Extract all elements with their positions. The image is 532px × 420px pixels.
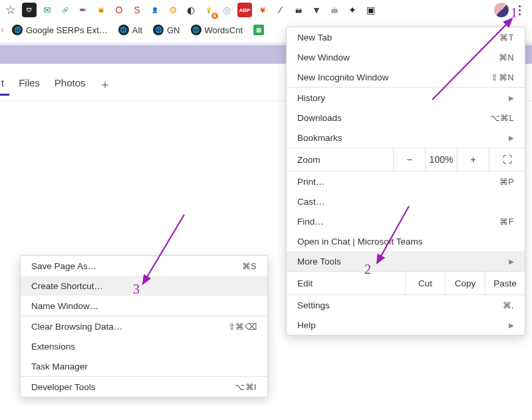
vue-icon[interactable]: ▼ (309, 3, 324, 17)
sheets-icon: ▦ (253, 25, 264, 35)
gear-icon[interactable]: ⚙ (166, 3, 180, 17)
device-icon[interactable]: ▣ (363, 3, 378, 17)
cut-button[interactable]: Cut (405, 272, 445, 294)
paste-button[interactable]: Paste (485, 272, 525, 294)
zoom-out-button[interactable]: − (393, 148, 425, 171)
more-tools-submenu: Save Page As…⌘S Create Shortcut… Name Wi… (20, 255, 268, 397)
similarweb-icon[interactable]: ◐ (184, 3, 198, 17)
submenu-extensions[interactable]: Extensions (21, 336, 267, 356)
submenu-create-shortcut[interactable]: Create Shortcut… (21, 276, 267, 296)
page-tab[interactable]: Photos (53, 73, 87, 95)
bookmark-item[interactable]: 🌐Alt (118, 25, 142, 35)
globe-icon: 🌐 (12, 25, 23, 35)
submenu-clear-browsing-data[interactable]: Clear Browsing Data…⇧⌘⌫ (21, 316, 267, 336)
seo-icon[interactable]: S (130, 3, 144, 17)
bookmark-item[interactable]: 🌐Google SERPs Ext… (12, 25, 108, 35)
opera-icon[interactable]: O (112, 3, 126, 17)
globe-icon: 🌐 (191, 25, 201, 35)
page-tab[interactable]: t (0, 73, 5, 95)
annotation-number-2: 2 (364, 262, 371, 277)
menu-zoom-row: Zoom − 100% + ⛶ (287, 148, 525, 171)
privacy-icon[interactable]: ◎ (219, 3, 234, 17)
menu-downloads[interactable]: Downloads⌥⌘L (287, 108, 525, 128)
shield-icon[interactable]: 🛡 (22, 3, 37, 17)
bookmark-label: GN (167, 25, 180, 35)
copy-button[interactable]: Copy (445, 272, 485, 294)
pipette-icon[interactable]: ⁄ (273, 3, 288, 17)
menu-new-incognito[interactable]: New Incognito Window⇧⌘N (287, 67, 525, 87)
menu-cast[interactable]: Cast… (287, 191, 525, 211)
robot-icon[interactable]: 🤖 (327, 3, 342, 17)
edit-label: Edit (287, 272, 405, 294)
globe-icon: 🌐 (118, 25, 129, 35)
globe-icon: 🌐 (153, 25, 164, 35)
adblock-icon[interactable]: ABP (237, 3, 252, 17)
chrome-main-menu: New Tab⌘T New Window⌘N New Incognito Win… (286, 27, 525, 336)
fullscreen-button[interactable]: ⛶ (489, 148, 525, 171)
bookmark-item[interactable]: ▦ (253, 25, 264, 35)
submenu-name-window[interactable]: Name Window… (21, 296, 267, 316)
bulb-icon[interactable]: 💡6 (201, 3, 216, 17)
bookmark-label: WordsCnt (205, 25, 243, 35)
bookmark-item[interactable]: 🌐WordsCnt (191, 25, 243, 35)
menu-help[interactable]: Help▶ (287, 315, 525, 335)
camera-icon[interactable]: 📷 (291, 3, 306, 17)
cat-icon[interactable]: 🐱 (94, 3, 108, 17)
extension-toolbar: ☆ 🛡✉🔗✒🐱OS👤⚙◐💡6◎ABP🦊⁄📷▼🤖✦▣ (0, 0, 532, 20)
add-tab-button[interactable]: ＋ (99, 76, 111, 92)
menu-edit-row: Edit Cut Copy Paste (287, 272, 525, 294)
feather-icon[interactable]: ✒ (76, 3, 90, 17)
person-icon[interactable]: 👤 (148, 3, 162, 17)
submenu-task-manager[interactable]: Task Manager (21, 356, 267, 376)
link-icon[interactable]: 🔗 (58, 3, 72, 17)
page-tab[interactable]: Files (17, 73, 41, 95)
bookmark-item[interactable]: 🌐GN (153, 25, 180, 35)
menu-new-window[interactable]: New Window⌘N (287, 47, 525, 67)
menu-print[interactable]: Print…⌘P (287, 171, 525, 191)
bookmark-overflow-left-icon[interactable]: ‹ (1, 25, 4, 35)
menu-bookmarks[interactable]: Bookmarks▶ (287, 128, 525, 148)
puzzle-icon[interactable]: ✦ (345, 3, 360, 17)
bookmark-label: Alt (132, 25, 142, 35)
star-bookmark-icon[interactable]: ☆ (5, 3, 16, 17)
metamask-icon[interactable]: 🦊 (255, 3, 270, 17)
menu-more-tools[interactable]: More Tools▶ (287, 251, 525, 271)
submenu-developer-tools[interactable]: Developer Tools⌥⌘I (21, 377, 267, 397)
zoom-value: 100% (425, 148, 457, 171)
menu-new-tab[interactable]: New Tab⌘T (287, 27, 525, 47)
zoom-label: Zoom (287, 148, 393, 171)
bookmark-label: Google SERPs Ext… (26, 25, 108, 35)
menu-settings[interactable]: Settings⌘, (287, 295, 525, 315)
submenu-save-page[interactable]: Save Page As…⌘S (21, 256, 267, 276)
profile-avatar[interactable] (494, 3, 509, 17)
menu-open-in-chat[interactable]: Open in Chat | Microsoft Teams (287, 231, 525, 251)
annotation-number-3: 3 (133, 282, 140, 297)
zoom-in-button[interactable]: + (457, 148, 489, 171)
menu-find[interactable]: Find…⌘F (287, 211, 525, 231)
menu-history[interactable]: History▶ (287, 88, 525, 108)
mail-icon[interactable]: ✉ (40, 3, 55, 17)
annotation-number-1: 1 (511, 5, 517, 21)
